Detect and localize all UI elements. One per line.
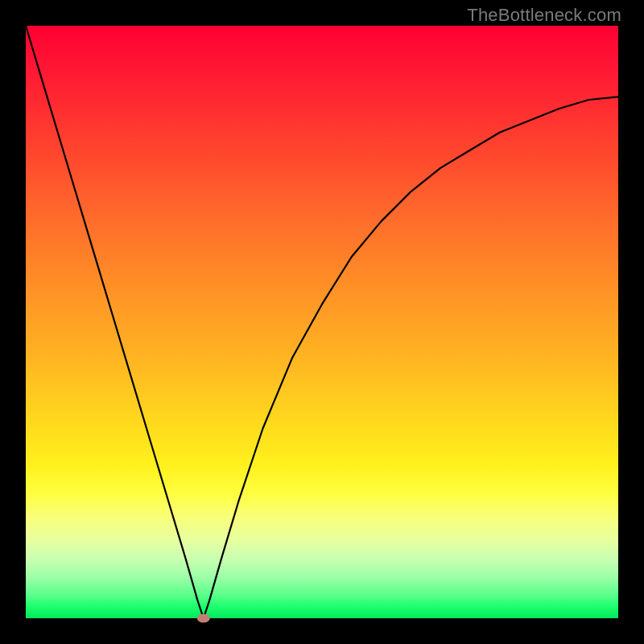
chart-frame: TheBottleneck.com	[0, 0, 644, 644]
minimum-marker	[197, 614, 210, 623]
watermark-text: TheBottleneck.com	[467, 5, 621, 26]
curve-svg	[26, 26, 618, 618]
bottleneck-curve	[26, 26, 618, 618]
plot-area	[26, 26, 618, 618]
